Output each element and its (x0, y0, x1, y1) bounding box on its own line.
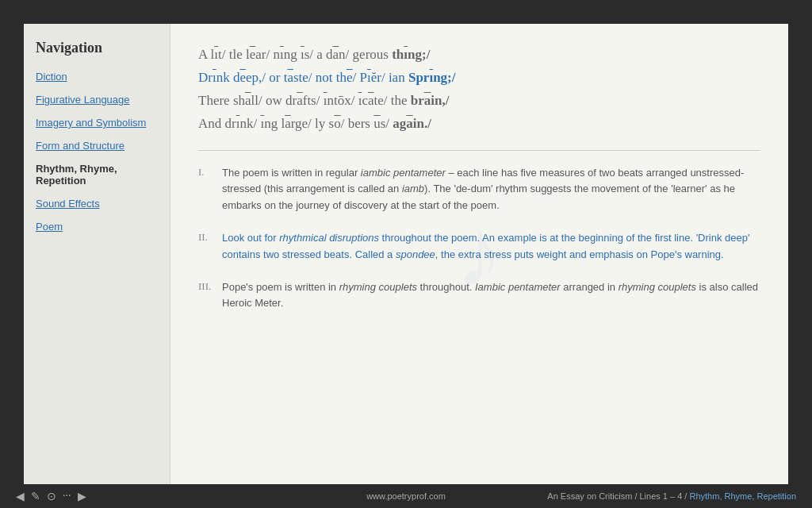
note-numeral-2: II. (198, 230, 222, 244)
note-item-1: I. The poem is written in regular iambic… (198, 165, 760, 214)
nav-title: Navigation (36, 40, 158, 56)
footer-breadcrumb: An Essay on Criticism / Lines 1 – 4 / Rh… (547, 491, 796, 501)
poem-line-2-stressed: Sprıng;/ (408, 70, 456, 85)
footer: ◀ ✎ ⊙ ··· ▶ www.poetryprof.com An Essay … (0, 484, 812, 508)
note-item-2: II. Look out for rhythmical disruptions … (198, 230, 760, 264)
back-arrow-icon[interactable]: ◀ (16, 490, 25, 503)
poem-line-1: A lıt/ tle lear/ nıng ıs/ a dan/ gerous … (198, 44, 760, 67)
note-numeral-1: I. (198, 165, 222, 179)
notes-list: I. The poem is written in regular iambic… (198, 165, 760, 313)
forward-arrow-icon[interactable]: ▶ (78, 490, 86, 503)
note-numeral-3: III. (198, 279, 222, 293)
footer-controls: ◀ ✎ ⊙ ··· ▶ (16, 490, 86, 503)
sidebar-item-rhythm-rhyme[interactable]: Rhythm, Rhyme, Repetition (36, 163, 158, 187)
sidebar-item-sound-effects[interactable]: Sound Effects (36, 198, 158, 210)
breadcrumb-blue: Rhythm, Rhyme, Repetition (690, 491, 797, 501)
sidebar: Navigation Diction Figurative Language I… (24, 24, 170, 484)
poem-line-4-stressed: again./ (393, 116, 431, 131)
sidebar-item-figurative-language[interactable]: Figurative Language (36, 94, 158, 106)
poem-line-3-stressed: brain,/ (411, 93, 450, 108)
sidebar-item-form-structure[interactable]: Form and Structure (36, 140, 158, 152)
poem-line-4: And drınk/ ıng large/ ly so/ bers us/ ag… (198, 113, 760, 136)
main-container: Navigation Diction Figurative Language I… (24, 24, 788, 484)
note-text-1: The poem is written in regular iambic pe… (222, 165, 760, 214)
poem-line-2: Drınk deep,/ or taste/ not the/ Pıĕr/ ia… (198, 67, 760, 90)
poem-lines: A lıt/ tle lear/ nıng ıs/ a dan/ gerous … (198, 44, 760, 136)
sidebar-item-diction[interactable]: Diction (36, 71, 158, 83)
content-inner: A lıt/ tle lear/ nıng ıs/ a dan/ gerous … (198, 44, 760, 312)
poem-line-1-pre: A lıt/ tle lear/ nıng ıs/ a dan/ gerous (198, 47, 392, 62)
top-bar (0, 0, 812, 24)
dots-icon[interactable]: ··· (63, 490, 71, 502)
poem-line-3-pre: There shall/ ow drafts/ ıntōx/ ıcate/ th… (198, 93, 411, 108)
note-text-3: Pope's poem is written in rhyming couple… (222, 279, 760, 313)
poem-line-2-pre: Drınk deep,/ or taste/ not the/ Pıĕr/ ia… (198, 70, 408, 85)
content-area: ♪ A lıt/ tle lear/ nıng ıs/ a dan/ gerou… (170, 24, 788, 484)
note-item-3: III. Pope's poem is written in rhyming c… (198, 279, 760, 313)
sidebar-item-imagery-symbolism[interactable]: Imagery and Symbolism (36, 117, 158, 129)
poem-divider (198, 150, 760, 151)
poem-line-3: There shall/ ow drafts/ ıntōx/ ıcate/ th… (198, 90, 760, 113)
note-text-2: Look out for rhythmical disruptions thro… (222, 230, 760, 264)
poem-line-1-stressed: thıng;/ (392, 47, 430, 62)
edit-icon[interactable]: ✎ (31, 490, 40, 503)
sidebar-item-poem[interactable]: Poem (36, 221, 158, 233)
circle-icon[interactable]: ⊙ (47, 490, 56, 503)
footer-website: www.poetryprof.com (366, 491, 446, 501)
breadcrumb-plain: An Essay on Criticism / Lines 1 – 4 / (547, 491, 689, 501)
poem-line-4-pre: And drınk/ ıng large/ ly so/ bers us/ (198, 116, 393, 131)
